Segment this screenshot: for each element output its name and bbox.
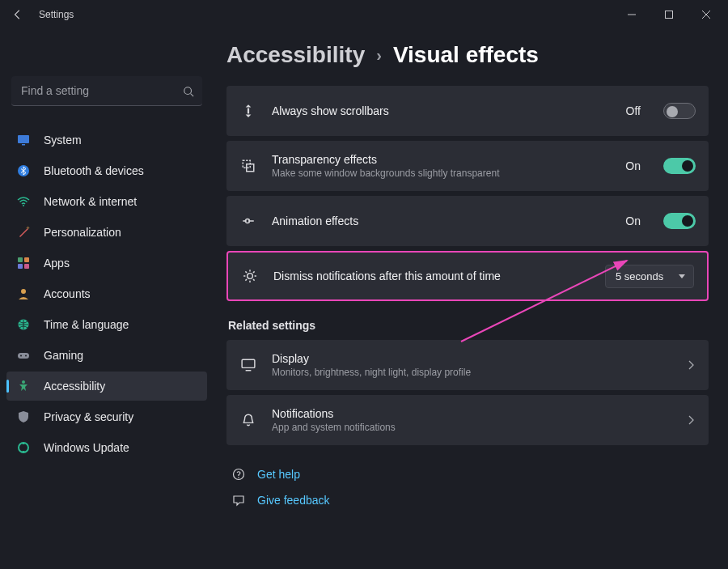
transparency-icon: [239, 159, 257, 173]
svg-point-1: [184, 87, 192, 94]
system-icon: [16, 133, 31, 147]
svg-rect-13: [18, 353, 29, 359]
content: Accessibility › Visual effects Always sh…: [214, 29, 728, 569]
sidebar-item-label: Privacy & security: [44, 410, 133, 423]
setting-title: Animation effects: [272, 214, 611, 227]
back-button[interactable]: [6, 3, 29, 26]
breadcrumb-parent[interactable]: Accessibility: [226, 42, 365, 68]
sidebar-item-privacy[interactable]: Privacy & security: [6, 402, 207, 431]
toggle-state: Off: [626, 104, 641, 117]
svg-point-25: [238, 477, 239, 478]
minimize-button[interactable]: [613, 2, 650, 28]
svg-rect-3: [22, 144, 25, 146]
maximize-button[interactable]: [650, 2, 688, 28]
svg-rect-7: [18, 257, 23, 262]
sidebar-item-apps[interactable]: Apps: [6, 248, 207, 278]
sidebar-item-label: Apps: [44, 257, 70, 270]
brush-icon: [16, 225, 31, 240]
globe-icon: [16, 317, 31, 332]
sidebar-nav: System Bluetooth & devices Network & int…: [6, 125, 207, 462]
setting-subtitle: Make some window backgrounds slightly tr…: [272, 168, 611, 179]
breadcrumb: Accessibility › Visual effects: [226, 42, 709, 68]
setting-title: Notifications: [272, 407, 671, 420]
setting-title: Always show scrollbars: [272, 104, 612, 117]
give-feedback-link[interactable]: Give feedback: [226, 487, 709, 513]
sidebar-item-label: Accessibility: [44, 380, 105, 393]
setting-title: Display: [272, 352, 671, 365]
sidebar-item-gaming[interactable]: Gaming: [6, 341, 207, 370]
sun-icon: [241, 269, 259, 283]
svg-rect-10: [24, 264, 29, 269]
setting-animation[interactable]: Animation effects On: [226, 196, 709, 246]
help-icon: [231, 468, 246, 481]
update-icon: [16, 440, 31, 455]
display-icon: [239, 358, 257, 372]
svg-rect-2: [18, 135, 29, 143]
dismiss-time-dropdown[interactable]: 5 seconds: [605, 265, 694, 288]
sidebar-item-label: Gaming: [44, 349, 83, 362]
related-notifications[interactable]: Notifications App and system notificatio…: [226, 395, 709, 445]
sidebar-item-label: Personalization: [44, 226, 121, 239]
svg-rect-18: [248, 108, 249, 114]
sidebar-item-time[interactable]: Time & language: [6, 310, 207, 339]
svg-point-14: [20, 355, 22, 357]
gamepad-icon: [16, 348, 31, 363]
setting-transparency[interactable]: Transparency effects Make some window ba…: [226, 141, 709, 191]
sidebar-item-accounts[interactable]: Accounts: [6, 279, 207, 308]
search-icon: [183, 86, 194, 97]
get-help-link[interactable]: Get help: [226, 461, 709, 487]
sidebar-item-accessibility[interactable]: Accessibility: [6, 372, 207, 401]
bluetooth-icon: [16, 163, 31, 178]
chevron-right-icon: [686, 415, 696, 425]
setting-title: Transparency effects: [272, 153, 611, 166]
setting-scrollbars[interactable]: Always show scrollbars Off: [226, 86, 709, 136]
svg-rect-9: [18, 264, 23, 269]
dropdown-value: 5 seconds: [616, 270, 663, 282]
sidebar-item-label: System: [44, 134, 82, 146]
setting-dismiss-notifications[interactable]: Dismiss notifications after this amount …: [226, 251, 709, 301]
svg-point-22: [248, 274, 253, 279]
sidebar-item-personalization[interactable]: Personalization: [6, 218, 207, 247]
svg-point-11: [21, 289, 26, 294]
related-display[interactable]: Display Monitors, brightness, night ligh…: [226, 340, 709, 390]
wifi-icon: [16, 194, 31, 209]
sidebar: System Bluetooth & devices Network & int…: [0, 29, 214, 569]
svg-point-5: [23, 205, 24, 206]
toggle-state: On: [625, 159, 641, 172]
feedback-icon: [231, 494, 246, 507]
link-label: Get help: [257, 468, 300, 481]
sidebar-item-label: Time & language: [44, 318, 129, 331]
related-heading: Related settings: [228, 319, 709, 332]
setting-subtitle: Monitors, brightness, night light, displ…: [272, 367, 671, 378]
close-button[interactable]: [688, 2, 725, 28]
chevron-right-icon: ›: [376, 46, 382, 65]
accessibility-icon: [16, 379, 31, 393]
chevron-right-icon: [686, 360, 696, 370]
sidebar-item-label: Windows Update: [44, 441, 129, 454]
svg-point-16: [22, 380, 25, 384]
apps-icon: [16, 256, 31, 270]
animation-toggle[interactable]: [663, 213, 696, 229]
setting-subtitle: App and system notifications: [272, 422, 671, 433]
svg-point-15: [25, 355, 27, 357]
toggle-state: On: [625, 214, 641, 227]
link-label: Give feedback: [257, 494, 330, 507]
sidebar-item-label: Accounts: [44, 287, 91, 300]
transparency-toggle[interactable]: [663, 158, 696, 174]
sidebar-item-system[interactable]: System: [6, 125, 207, 155]
sidebar-item-network[interactable]: Network & internet: [6, 187, 207, 216]
page-title: Visual effects: [393, 42, 539, 68]
search-input[interactable]: [11, 76, 202, 106]
svg-rect-8: [24, 257, 29, 262]
person-icon: [16, 287, 31, 301]
setting-title: Dismiss notifications after this amount …: [273, 270, 590, 282]
scrollbars-icon: [239, 104, 257, 118]
titlebar: Settings: [0, 0, 728, 29]
sidebar-item-bluetooth[interactable]: Bluetooth & devices: [6, 156, 207, 185]
svg-rect-23: [242, 359, 255, 367]
shield-icon: [16, 410, 31, 424]
scrollbars-toggle[interactable]: [663, 103, 696, 119]
sidebar-item-update[interactable]: Windows Update: [6, 433, 207, 462]
sidebar-item-label: Bluetooth & devices: [44, 164, 144, 177]
animation-icon: [239, 214, 257, 228]
